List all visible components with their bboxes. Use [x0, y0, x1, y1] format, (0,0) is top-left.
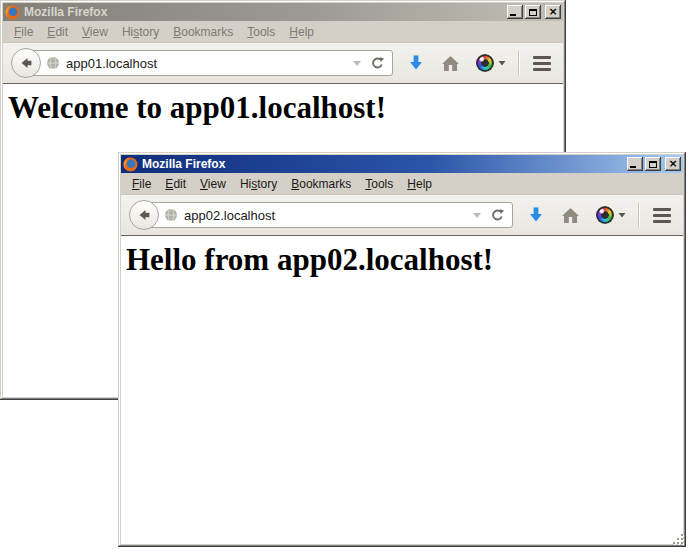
- menu-bar: File Edit View History Bookmarks Tools H…: [3, 21, 563, 42]
- menu-bar: File Edit View History Bookmarks Tools H…: [121, 173, 683, 194]
- minimize-icon: [510, 14, 516, 16]
- color-wheel-icon: [596, 206, 614, 224]
- titlebar[interactable]: Mozilla Firefox ×: [3, 3, 563, 21]
- toolbar-separator: [638, 203, 639, 227]
- maximize-button[interactable]: [645, 157, 661, 171]
- minimize-icon: [630, 166, 636, 168]
- resize-grip-icon[interactable]: [672, 533, 685, 546]
- download-button[interactable]: [407, 54, 425, 72]
- urlbar-chevron-down-icon[interactable]: [472, 211, 482, 219]
- minimize-button[interactable]: [507, 5, 523, 19]
- chevron-down-icon: [618, 212, 626, 218]
- navigation-toolbar: app02.localhost: [121, 194, 683, 236]
- home-button[interactable]: [561, 207, 580, 224]
- menu-item-history[interactable]: History: [115, 23, 166, 41]
- download-arrow-icon: [527, 206, 545, 224]
- page-heading: Welcome to app01.localhost!: [3, 90, 563, 126]
- close-icon: ×: [668, 159, 677, 169]
- color-wheel-button[interactable]: [596, 206, 626, 224]
- menu-item-help[interactable]: Help: [400, 175, 439, 193]
- home-icon: [561, 207, 580, 224]
- menu-item-edit[interactable]: Edit: [158, 175, 193, 193]
- hamburger-menu-button[interactable]: [531, 54, 553, 73]
- window-controls: ×: [627, 157, 681, 171]
- hamburger-menu-button[interactable]: [651, 206, 673, 225]
- window-controls: ×: [507, 5, 561, 19]
- hamburger-menu-icon: [653, 208, 671, 211]
- menu-item-view[interactable]: View: [193, 175, 233, 193]
- toolbar-separator: [518, 51, 519, 75]
- maximize-button[interactable]: [525, 5, 541, 19]
- maximize-icon: [529, 9, 537, 16]
- reload-icon: [490, 208, 505, 223]
- back-button[interactable]: [129, 200, 159, 230]
- navigation-toolbar: app01.localhost: [3, 42, 563, 84]
- url-bar[interactable]: app01.localhost: [25, 50, 393, 76]
- url-text: app01.localhost: [66, 56, 352, 71]
- home-icon: [441, 55, 460, 72]
- globe-icon[interactable]: [46, 56, 60, 70]
- urlbar-chevron-down-icon[interactable]: [352, 59, 362, 67]
- menu-item-bookmarks[interactable]: Bookmarks: [284, 175, 358, 193]
- browser-window-app02: Mozilla Firefox × File Edit View History…: [118, 152, 686, 547]
- menu-item-bookmarks[interactable]: Bookmarks: [166, 23, 240, 41]
- back-arrow-icon: [136, 207, 152, 223]
- menu-item-tools[interactable]: Tools: [240, 23, 282, 41]
- reload-icon: [370, 56, 385, 71]
- color-wheel-button[interactable]: [476, 54, 506, 72]
- back-arrow-icon: [18, 55, 34, 71]
- download-button[interactable]: [527, 206, 545, 224]
- menu-item-tools[interactable]: Tools: [358, 175, 400, 193]
- back-button[interactable]: [11, 48, 41, 78]
- menu-item-help[interactable]: Help: [282, 23, 321, 41]
- color-wheel-icon: [476, 54, 494, 72]
- globe-icon[interactable]: [164, 208, 178, 222]
- menu-item-edit[interactable]: Edit: [40, 23, 75, 41]
- maximize-icon: [649, 161, 657, 168]
- menu-item-view[interactable]: View: [75, 23, 115, 41]
- hamburger-menu-icon: [533, 56, 551, 59]
- titlebar[interactable]: Mozilla Firefox ×: [121, 155, 683, 173]
- page-content: Hello from app02.localhost!: [121, 236, 683, 544]
- page-heading: Hello from app02.localhost!: [121, 242, 683, 278]
- url-text: app02.localhost: [184, 208, 472, 223]
- firefox-logo-icon[interactable]: [5, 5, 20, 20]
- menu-item-history[interactable]: History: [233, 175, 284, 193]
- url-bar[interactable]: app02.localhost: [143, 202, 513, 228]
- reload-button[interactable]: [370, 56, 385, 71]
- close-button[interactable]: ×: [665, 157, 681, 171]
- close-button[interactable]: ×: [545, 5, 561, 19]
- menu-item-file[interactable]: File: [7, 23, 40, 41]
- chevron-down-icon: [498, 60, 506, 66]
- window-title: Mozilla Firefox: [24, 3, 507, 21]
- close-icon: ×: [548, 7, 557, 17]
- reload-button[interactable]: [490, 208, 505, 223]
- firefox-logo-icon[interactable]: [123, 157, 138, 172]
- home-button[interactable]: [441, 55, 460, 72]
- menu-item-file[interactable]: File: [125, 175, 158, 193]
- window-title: Mozilla Firefox: [142, 155, 627, 173]
- minimize-button[interactable]: [627, 157, 643, 171]
- download-arrow-icon: [407, 54, 425, 72]
